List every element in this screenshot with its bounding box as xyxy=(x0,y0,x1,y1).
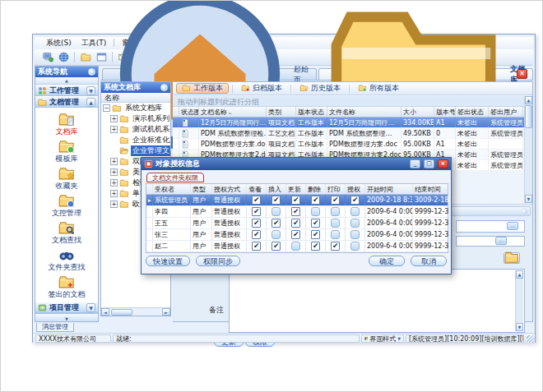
checkbox-checked[interactable] xyxy=(272,242,281,251)
quick-setup-button[interactable]: 快速设置 xyxy=(146,256,190,266)
maximize-button[interactable]: □ xyxy=(424,159,434,168)
chevron-up-icon[interactable] xyxy=(86,98,95,107)
pin-icon[interactable] xyxy=(521,208,528,215)
message-management-tab[interactable]: 消息管理 xyxy=(36,323,74,332)
checkbox-unchecked[interactable] xyxy=(350,230,360,239)
checkbox-checked[interactable] xyxy=(252,219,261,228)
ellipsis-button[interactable] xyxy=(495,237,507,245)
expand-icon[interactable]: + xyxy=(110,190,118,197)
checkbox-unchecked[interactable] xyxy=(350,207,360,216)
sidebar-item-4[interactable]: 文档查找 xyxy=(35,219,98,247)
column-header-0[interactable]: 状态图 xyxy=(179,107,199,117)
checkbox-checked[interactable] xyxy=(252,242,261,251)
checkbox-unchecked[interactable] xyxy=(331,219,340,228)
column-header-6[interactable]: 删除 xyxy=(306,184,326,194)
sidebar-item-1[interactable]: 模板库 xyxy=(35,138,98,165)
column-header-5[interactable]: 大小 xyxy=(401,107,434,117)
expand-icon[interactable]: + xyxy=(110,126,118,133)
column-header-8[interactable]: 授权 xyxy=(346,184,365,194)
browse-folder-button[interactable] xyxy=(504,252,520,264)
scroll-left-icon[interactable]: ◄ xyxy=(101,308,109,316)
sidebar-collapsed-bar[interactable] xyxy=(35,313,98,321)
dialog-title-bar[interactable]: 对象授权信息 _ □ × xyxy=(142,158,451,170)
chevron-down-icon[interactable] xyxy=(86,303,95,312)
sidebar-scroll-up[interactable] xyxy=(35,77,98,85)
window-button[interactable] xyxy=(95,51,108,64)
scroll-up-icon[interactable] xyxy=(525,96,532,104)
checkbox-checked[interactable] xyxy=(291,207,300,216)
sidebar-item-5[interactable]: 文件夹查找 xyxy=(35,247,98,274)
sidebar-group-document[interactable]: 文档管理 xyxy=(35,96,98,108)
scrollbar-thumb[interactable] xyxy=(111,309,132,316)
remark-textarea[interactable] xyxy=(229,269,525,333)
menu-item-1[interactable]: 系统(S) xyxy=(41,37,77,49)
textarea-scrollbar[interactable] xyxy=(515,270,523,331)
pin-icon[interactable] xyxy=(160,84,168,91)
globe-button[interactable] xyxy=(57,51,70,64)
column-header-8[interactable]: 签出用户 xyxy=(489,107,523,117)
checkbox-checked[interactable] xyxy=(252,207,261,216)
tree-item-3[interactable]: +企业标准化文件 xyxy=(101,135,170,145)
checkbox-unchecked[interactable] xyxy=(272,207,281,216)
version-tab-1[interactable]: 归档版本 xyxy=(236,83,287,94)
sidebar-group-project[interactable]: 项目管理 xyxy=(35,302,98,313)
table-row[interactable]: PDM数据整理方案.doc项目文档工作版本PDM数据整理方案.doc95.00K… xyxy=(173,139,525,150)
sidebar-item-2[interactable]: 收藏夹 xyxy=(35,165,98,192)
remote-desktop-button[interactable] xyxy=(41,51,54,64)
file-list-vertical-scrollbar[interactable] xyxy=(524,96,532,203)
tree-item-2[interactable]: +测试机机系列 xyxy=(101,124,170,135)
scroll-up-icon[interactable] xyxy=(516,270,523,279)
column-header-10[interactable]: 结束时间 xyxy=(413,184,449,194)
cancel-button[interactable]: 取消 xyxy=(411,256,447,266)
scroll-right-icon[interactable]: ► xyxy=(162,308,170,316)
checkbox-checked[interactable] xyxy=(350,196,360,205)
scrollbar-thumb[interactable] xyxy=(525,105,532,128)
expand-icon[interactable]: + xyxy=(110,179,118,187)
version-tab-0[interactable]: 工作版本 xyxy=(176,83,229,94)
checkbox-unchecked[interactable] xyxy=(350,219,360,228)
column-header-2[interactable]: 类别 xyxy=(267,107,296,117)
minimize-button[interactable]: _ xyxy=(410,159,420,168)
column-header-9[interactable]: 开始时间 xyxy=(365,184,413,194)
column-header-3[interactable]: 查看 xyxy=(247,184,267,194)
sidebar-item-3[interactable]: 文控管理 xyxy=(35,192,98,219)
close-pane-button[interactable] xyxy=(517,69,527,79)
column-header-7[interactable]: 打印 xyxy=(326,184,346,194)
column-header-6[interactable]: 版本号 xyxy=(434,107,456,117)
resize-grip[interactable] xyxy=(527,335,534,343)
tab-folder-permissions[interactable]: 文档文件夹权限 xyxy=(146,173,204,182)
tree-column-header[interactable]: 名称 xyxy=(101,93,170,103)
tab-document-library[interactable]: 文档库 xyxy=(318,68,533,80)
column-header-4[interactable]: 文件名称 xyxy=(327,107,401,117)
checkbox-checked[interactable] xyxy=(252,196,261,205)
permission-row[interactable]: 李四用户普通授权2009-6-4 0:00:009999-12-31 23:59 xyxy=(146,206,448,218)
column-header-7[interactable]: 签出状态 xyxy=(456,107,489,117)
ui-style-selector[interactable]: 界面样式 ▼ xyxy=(361,334,404,343)
checkbox-checked[interactable] xyxy=(252,230,261,239)
checkbox-checked[interactable] xyxy=(311,230,320,239)
expand-icon[interactable]: + xyxy=(110,168,118,176)
permission-row[interactable]: 张三用户普通授权2009-6-4 0:00:009999-12-31 23:59 xyxy=(146,229,448,241)
checkbox-checked[interactable] xyxy=(272,196,281,205)
tree-item-0[interactable]: −系统文档库 xyxy=(101,103,170,113)
sidebar-item-6[interactable]: 签出的文档 xyxy=(35,274,98,301)
sidebar-item-0[interactable]: 文档库 xyxy=(35,111,98,138)
checkbox-unchecked[interactable] xyxy=(331,207,340,216)
tree-horizontal-scrollbar[interactable]: ◄ ► xyxy=(101,307,170,316)
checkbox-checked[interactable] xyxy=(291,219,300,228)
permission-row[interactable]: 王五用户普通授权2009-6-4 0:00:009999-12-31 23:59 xyxy=(146,218,448,229)
folder-button[interactable] xyxy=(79,51,92,64)
checkbox-checked[interactable] xyxy=(311,196,320,205)
version-tab-3[interactable]: 所有版本 xyxy=(353,83,404,94)
pin-icon[interactable] xyxy=(88,68,95,76)
column-header-1[interactable]: 类型 xyxy=(191,184,212,194)
expand-icon[interactable]: + xyxy=(110,201,118,208)
column-header-2[interactable]: 授权方式 xyxy=(212,184,247,194)
expand-icon[interactable]: + xyxy=(110,115,118,122)
collapse-icon[interactable]: − xyxy=(103,104,110,112)
version-tab-2[interactable]: 历史版本 xyxy=(295,83,346,94)
ok-button[interactable]: 确定 xyxy=(369,256,405,266)
checkbox-unchecked[interactable] xyxy=(311,207,320,216)
table-row[interactable]: 12月5日万尚隆同行…项目文档工作版本12月5日万尚隆同行…334.00KBA1… xyxy=(173,118,525,128)
permission-sync-button[interactable]: 权限同步 xyxy=(196,256,240,266)
